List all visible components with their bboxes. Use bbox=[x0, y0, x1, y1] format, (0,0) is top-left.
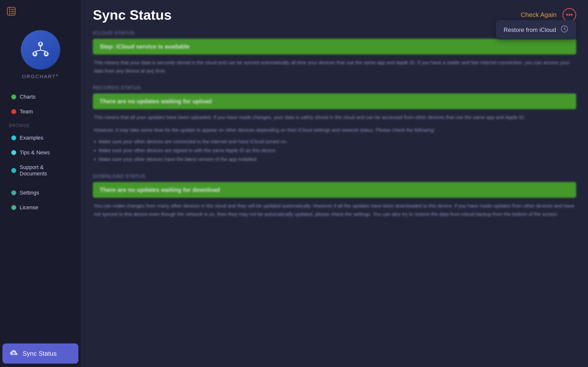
section2-status-bar: There are no updates waiting for upload bbox=[93, 93, 576, 109]
cloud-icon bbox=[9, 349, 18, 358]
restore-clock-icon bbox=[560, 25, 568, 35]
section2-detail: However, it may take some time for the u… bbox=[93, 126, 576, 134]
sidebar-item-label: Charts bbox=[20, 94, 36, 100]
content-area: ICLOUD STATUS Step: iCloud service is av… bbox=[81, 23, 588, 367]
sidebar-item-tips[interactable]: Tips & News bbox=[2, 145, 78, 160]
main-content: Sync Status Check Again ••• Restore from… bbox=[81, 0, 588, 367]
svg-point-11 bbox=[40, 42, 42, 44]
section1-bar-text: Step: iCloud service is available bbox=[100, 43, 189, 50]
section2-bullets: Make sure your other devices are connect… bbox=[99, 137, 576, 164]
browse-label: BROWSE bbox=[0, 119, 81, 130]
bullet-item: Make sure your other devices are signed … bbox=[99, 146, 576, 155]
examples-icon bbox=[11, 135, 16, 140]
section3-label: DOWNLOAD STATUS bbox=[93, 173, 576, 179]
main-header: Sync Status Check Again ••• bbox=[81, 0, 588, 23]
sidebar-item-label: Support & Documents bbox=[20, 164, 70, 177]
section3-description: You can make changes from many other dev… bbox=[93, 202, 576, 218]
sidebar-nav: Charts Team BROWSE Examples Tips & News … bbox=[0, 85, 81, 340]
section1-description: This means that your data is securely st… bbox=[93, 58, 576, 75]
section3-bar-text: There are no updates waiting for downloa… bbox=[100, 186, 220, 193]
bullet-item: Make sure your other devices have the la… bbox=[99, 155, 576, 164]
svg-line-10 bbox=[41, 50, 46, 52]
check-again-button[interactable]: Check Again bbox=[521, 11, 557, 19]
section-records-status: RECORDS STATUS There are no updates wait… bbox=[93, 85, 576, 164]
tips-icon bbox=[11, 150, 16, 155]
restore-label: Restore from iCloud bbox=[504, 26, 556, 33]
avatar-area: ORGCHARTX bbox=[0, 23, 81, 85]
sidebar-toggle-icon[interactable] bbox=[7, 7, 16, 18]
sidebar-top bbox=[0, 0, 81, 23]
sidebar-item-settings[interactable]: Settings bbox=[2, 186, 78, 200]
sidebar-item-team[interactable]: Team bbox=[2, 105, 78, 119]
app-name: ORGCHARTX bbox=[22, 73, 59, 79]
restore-panel[interactable]: Restore from iCloud bbox=[496, 20, 576, 39]
sidebar-item-charts[interactable]: Charts bbox=[2, 90, 78, 104]
section2-description: This means that all your updates have be… bbox=[93, 113, 576, 121]
more-options-button[interactable]: ••• bbox=[562, 8, 576, 22]
sync-status-button[interactable]: Sync Status bbox=[2, 343, 78, 364]
section3-status-bar: There are no updates waiting for downloa… bbox=[93, 182, 576, 198]
settings-icon bbox=[11, 190, 16, 195]
sidebar: ORGCHARTX Charts Team BROWSE Examples Ti… bbox=[0, 0, 81, 367]
header-actions: Check Again ••• bbox=[521, 8, 576, 22]
bullet-item: Make sure your other devices are connect… bbox=[99, 137, 576, 146]
sidebar-item-label: Settings bbox=[20, 190, 39, 196]
section2-label: RECORDS STATUS bbox=[93, 85, 576, 91]
sidebar-item-label: License bbox=[20, 204, 38, 211]
section2-bar-text: There are no updates waiting for upload bbox=[100, 98, 212, 105]
section1-status-bar: Step: iCloud service is available bbox=[93, 39, 576, 54]
sidebar-item-support[interactable]: Support & Documents bbox=[2, 160, 78, 181]
team-icon bbox=[11, 109, 16, 114]
sidebar-bottom: Sync Status bbox=[0, 340, 81, 367]
svg-point-12 bbox=[34, 52, 36, 54]
ellipsis-icon: ••• bbox=[566, 11, 573, 19]
sidebar-item-license[interactable]: License bbox=[2, 200, 78, 215]
sync-status-label: Sync Status bbox=[23, 350, 57, 357]
avatar bbox=[21, 30, 60, 69]
charts-icon bbox=[11, 94, 16, 99]
sidebar-item-label: Team bbox=[20, 108, 33, 115]
svg-line-9 bbox=[35, 50, 41, 52]
svg-point-13 bbox=[45, 52, 47, 54]
page-title: Sync Status bbox=[93, 7, 172, 23]
support-icon bbox=[11, 168, 16, 173]
license-icon bbox=[11, 205, 16, 210]
section-download-status: DOWNLOAD STATUS There are no updates wai… bbox=[93, 173, 576, 218]
sidebar-item-examples[interactable]: Examples bbox=[2, 131, 78, 145]
sidebar-item-label: Examples bbox=[20, 135, 43, 141]
sidebar-item-label: Tips & News bbox=[20, 149, 50, 156]
svg-rect-1 bbox=[9, 7, 10, 15]
